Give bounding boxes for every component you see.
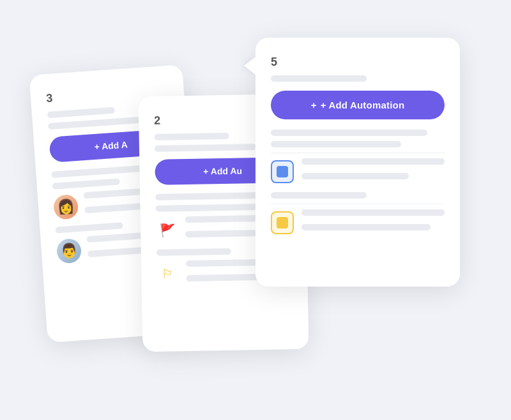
card-2-line-5 [156,248,231,256]
avatar-man: 👨 [56,237,82,264]
avatar-woman: 👩 [53,194,79,220]
card-5-line-2 [271,130,427,136]
plus-icon: + [311,100,317,110]
card-5-line-3 [271,141,401,147]
card-5-checkbox-2-lines [301,209,445,236]
card-5-checkbox-row-2 [271,209,445,236]
card-5-add-button[interactable]: + + Add Automation [271,91,445,119]
checkbox-yellow-inner [277,217,288,229]
card-2-line-1 [155,133,229,140]
card-5-divider-2 [271,204,445,204]
card-5-divider-1 [271,153,445,153]
checkbox-blue-icon[interactable] [271,160,294,183]
red-flag-icon: 🚩 [156,218,179,242]
scene: 3 + Add A 👩 👨 2 [38,31,473,389]
checkbox-yellow-icon[interactable] [271,211,294,234]
card-2-line-4 [156,204,257,212]
card-5-checkbox-1-lines [301,158,445,184]
yellow-flag-icon-2: 🏳 [156,262,180,286]
card-3-line-2 [48,117,140,130]
card-2-line-2 [155,144,256,152]
card-5-checkbox-row-1 [271,158,445,184]
card-3-line-4 [52,178,120,189]
card-5-line-1 [271,75,367,82]
card-3-line-1 [47,107,115,118]
card-5-number: 5 [271,56,445,69]
add-automation-label: + Add Automation [321,100,405,110]
card-3-line-5 [55,222,123,233]
card-5-line-4 [271,192,367,199]
checkbox-blue-inner [277,166,288,177]
card-5: 5 + + Add Automation [256,38,460,287]
